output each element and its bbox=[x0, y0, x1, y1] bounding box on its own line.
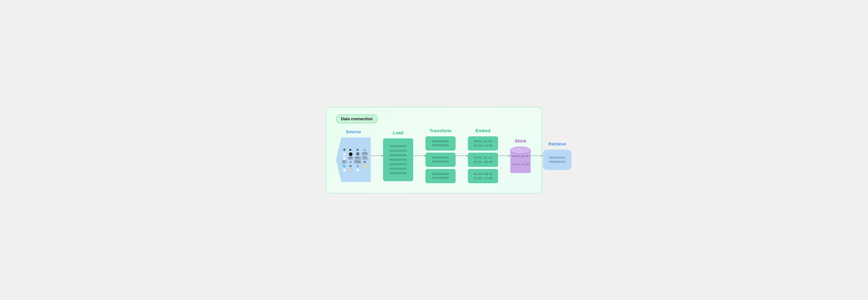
icon-play: ▶ bbox=[349, 148, 352, 151]
icon-zip: ZIP bbox=[348, 157, 353, 160]
load-row-7: XXXXXXXXXX bbox=[389, 172, 407, 175]
load-row-3: XXXXXXXXXX bbox=[389, 154, 407, 157]
icon-doc1: 📄 bbox=[343, 153, 346, 155]
icon-doc3: DOC bbox=[355, 157, 361, 160]
arrow-line-5 bbox=[531, 156, 543, 156]
title-text: Data connection bbox=[341, 116, 373, 121]
arrow-line-2 bbox=[413, 156, 426, 156]
cylinder-body bbox=[510, 151, 531, 173]
transform-box-2-row-1: XXXXXXXXXX bbox=[432, 156, 449, 159]
stage-embed: Embed 0.5, 0.2....0.1, 0.9 -0.1, 0.4....… bbox=[468, 128, 498, 183]
transform-box-3: XXXXXXXXXX XXXXXXXXXX bbox=[426, 169, 456, 183]
embed-box-3: 5.5, -0.3....0.8, 2.3 2.1, 0.1....-1.7, … bbox=[468, 169, 498, 183]
cylinder-top bbox=[510, 146, 531, 154]
arrow-store-retrieve bbox=[531, 156, 543, 156]
icon-notion: ⬡ bbox=[356, 165, 359, 168]
icon-txt: TXT bbox=[362, 157, 367, 160]
stage-store: Store 0.5, 0.2....0.1, 0.9 : 2.1, 0.1...… bbox=[510, 138, 531, 173]
embed-box-2: 0.2, 0.7....2.1, -1.2 4.1, 3.4....-1.5, … bbox=[468, 153, 498, 167]
diagram-container: Data connection Source ⊞ ▶ ⊛ △ 📄 ⬤ 🖼 CSV bbox=[326, 107, 542, 193]
retrieve-row-2: XXXXXXXXXX bbox=[549, 160, 565, 163]
source-label: Source bbox=[346, 129, 361, 134]
transform-box-3-row-1: XXXXXXXXXX bbox=[432, 173, 449, 175]
source-icons: ⊞ ▶ ⊛ △ 📄 ⬤ 🖼 CSV 📄 ZIP DOC TXT M↓ bbox=[342, 148, 368, 171]
embed-box-3-line-1: 5.5, -0.3....0.8, 2.3 bbox=[474, 172, 492, 176]
icon-doc2: 📄 bbox=[343, 157, 346, 160]
store-line-1: 0.5, 0.2....0.1, 0.9 bbox=[510, 155, 531, 158]
icon-md: M↓ bbox=[342, 161, 347, 163]
load-row-6: XXXXXXXXXX bbox=[389, 167, 407, 170]
icon-twitter: 🐦 bbox=[343, 165, 346, 168]
store-cylinder: 0.5, 0.2....0.1, 0.9 : 2.1, 0.1....-1.7,… bbox=[510, 146, 531, 173]
store-line-3: 2.1, 0.1....-1.7, 0.9 bbox=[510, 163, 531, 166]
arrow-line-1 bbox=[371, 156, 383, 156]
icon-bolt: ⬡ bbox=[349, 161, 352, 163]
icon-doc6: 📄 bbox=[356, 169, 359, 171]
load-row-5: XXXXXXXXXX bbox=[389, 163, 407, 166]
transform-box-1-row-2: XXXXXXXXXX bbox=[432, 144, 449, 147]
title-badge: Data connection bbox=[336, 114, 378, 123]
icon-mail: ✉ bbox=[349, 165, 352, 168]
load-box: XXXXXXXXXX XXXXXXXXXX XXXXXXXXXX XXXXXXX… bbox=[383, 138, 413, 181]
load-row-4: XXXXXXXXXX bbox=[389, 158, 407, 161]
arrow-line-4 bbox=[498, 156, 510, 156]
source-shape: ⊞ ▶ ⊛ △ 📄 ⬤ 🖼 CSV 📄 ZIP DOC TXT M↓ bbox=[336, 137, 371, 182]
embed-box-1-line-1: 0.5, 0.2....0.1, 0.9 bbox=[474, 140, 492, 143]
icon-csv: CSV bbox=[362, 153, 368, 155]
stage-load: Load XXXXXXXXXX XXXXXXXXXX XXXXXXXXXX XX… bbox=[383, 130, 413, 181]
retrieve-label: Retrieve bbox=[549, 141, 566, 147]
pipeline: Source ⊞ ▶ ⊛ △ 📄 ⬤ 🖼 CSV 📄 ZIP DOC bbox=[336, 128, 532, 183]
arrow-load-transform bbox=[413, 156, 426, 156]
retrieve-shape: XXXXXXXXXX XXXXXXXXXX bbox=[543, 149, 571, 170]
embed-box-3-line-2: 2.1, 0.1....-1.7, 0.9 bbox=[474, 176, 492, 180]
arrow-embed-store bbox=[498, 156, 510, 156]
stage-retrieve: Retrieve XXXXXXXXXX XXXXXXXXXX bbox=[543, 141, 571, 170]
icon-doc5: 📋 bbox=[349, 169, 352, 171]
icon-html: HTML bbox=[354, 161, 361, 163]
icon-image: 🖼 bbox=[356, 153, 359, 155]
transform-label: Transform bbox=[430, 128, 452, 133]
transform-boxes: XXXXXXXXXX XXXXXXXXXX XXXXXXXXXX XXXXXXX… bbox=[426, 136, 456, 183]
embed-box-2-line-2: 4.1, 3.4....-1.5, 2.5 bbox=[474, 160, 492, 164]
transform-box-1: XXXXXXXXXX XXXXXXXXXX bbox=[426, 136, 456, 151]
stage-source: Source ⊞ ▶ ⊛ △ 📄 ⬤ 🖼 CSV 📄 ZIP DOC bbox=[336, 129, 371, 182]
load-label: Load bbox=[393, 130, 404, 136]
load-row-1: XXXXXXXXXX bbox=[389, 145, 407, 148]
transform-box-1-row-1: XXXXXXXXXX bbox=[432, 140, 449, 143]
embed-box-1: 0.5, 0.2....0.1, 0.9 -0.1, 0.4....1.4, 5… bbox=[468, 136, 498, 151]
icon-grid: ⊞ bbox=[343, 148, 346, 151]
store-label: Store bbox=[515, 138, 526, 144]
embed-box-1-line-2: -0.1, 0.4....1.4, 5.9 bbox=[474, 144, 492, 147]
transform-box-2-row-2: XXXXXXXXXX bbox=[432, 160, 449, 163]
embed-box-2-line-1: 0.2, 0.7....2.1, -1.2 bbox=[474, 156, 492, 159]
retrieve-row-1: XXXXXXXXXX bbox=[549, 156, 565, 159]
icon-discord: ⊛ bbox=[356, 148, 359, 151]
arrow-source-load bbox=[371, 156, 383, 156]
embed-boxes: 0.5, 0.2....0.1, 0.9 -0.1, 0.4....1.4, 5… bbox=[468, 136, 498, 183]
icon-doc4: 📄 bbox=[343, 169, 346, 171]
transform-box-3-row-2: XXXXXXXXXX bbox=[432, 176, 449, 179]
arrow-transform-embed bbox=[456, 156, 468, 156]
store-line-2: : bbox=[510, 159, 531, 162]
embed-label: Embed bbox=[475, 128, 490, 133]
load-row-2: XXXXXXXXXX bbox=[389, 149, 407, 152]
icon-wiki: W bbox=[364, 161, 366, 164]
transform-box-2: XXXXXXXXXX XXXXXXXXXX bbox=[426, 153, 456, 167]
icon-github: ⬤ bbox=[349, 152, 352, 156]
stage-transform: Transform XXXXXXXXXX XXXXXXXXXX XXXXXXXX… bbox=[426, 128, 456, 183]
arrow-line-3 bbox=[456, 156, 468, 156]
icon-triangle: △ bbox=[364, 148, 366, 151]
icon-folder: 📁 bbox=[363, 165, 367, 168]
